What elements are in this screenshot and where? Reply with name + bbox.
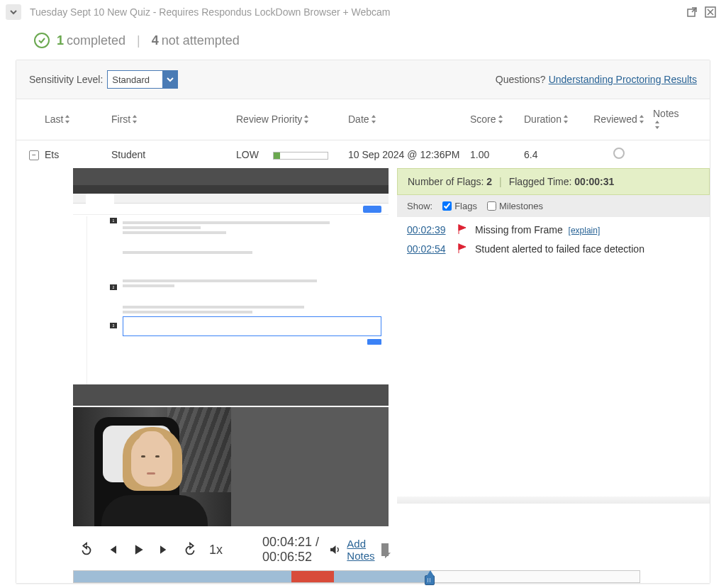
cell-priority: LOW [232, 149, 344, 160]
screen-recording-pane[interactable]: 1 2 3 [73, 168, 389, 406]
playback-speed[interactable]: 1x [209, 543, 223, 558]
flag-icon [458, 243, 467, 255]
webcam-image [73, 407, 231, 526]
cell-reviewed[interactable] [589, 148, 649, 161]
webcam-pane[interactable] [73, 407, 389, 526]
close-icon[interactable] [703, 5, 717, 19]
popout-icon[interactable] [685, 5, 699, 19]
add-notes-link[interactable]: Add Notes [347, 538, 375, 562]
col-notes[interactable]: Notes [649, 108, 688, 131]
col-first[interactable]: First [107, 113, 232, 126]
playback-time: 00:04:21 / 00:06:52 [262, 535, 325, 565]
event-row: 00:02:39 Missing from Frame [explain] [407, 224, 700, 236]
note-icon[interactable] [381, 543, 389, 556]
event-row: 00:02:54 Student alerted to failed face … [407, 243, 700, 255]
completion-status: 1 completed | 4 not attempted [0, 30, 726, 60]
check-circle-icon [34, 33, 50, 48]
page-title: Tuesday Sept 10 New Quiz - Requires Resp… [30, 6, 391, 18]
rewind-10-icon[interactable] [79, 540, 94, 560]
col-priority[interactable]: Review Priority [232, 113, 344, 126]
forward-10-icon[interactable] [182, 540, 198, 560]
col-last[interactable]: Last [40, 113, 107, 126]
show-filter-row: Show: Flags Milestones [397, 195, 710, 217]
help-link[interactable]: Understanding Proctoring Results [549, 74, 697, 85]
play-icon[interactable] [131, 540, 145, 560]
cell-score: 1.00 [466, 149, 520, 160]
chevron-down-icon [162, 70, 178, 89]
table-row: − Ets Student LOW 10 Sep 2024 @ 12:36PM … [16, 140, 710, 168]
flag-segment[interactable] [291, 571, 334, 582]
milestones-checkbox[interactable]: Milestones [487, 201, 543, 211]
priority-bar [273, 152, 328, 160]
col-date[interactable]: Date [344, 113, 466, 126]
playback-progress[interactable] [73, 570, 640, 583]
flag-icon [458, 224, 467, 236]
flag-summary: Number of Flags: 2 | Flagged Time: 00:00… [397, 168, 710, 195]
sensitivity-label: Sensitivity Level: [29, 74, 103, 85]
help-question-text: Questions? [496, 74, 546, 85]
collapse-toggle[interactable] [6, 4, 21, 20]
event-list: 00:02:39 Missing from Frame [explain] 00… [397, 217, 710, 270]
explain-link[interactable]: [explain] [569, 226, 601, 235]
row-collapse-button[interactable]: − [29, 150, 39, 160]
col-reviewed[interactable]: Reviewed [589, 113, 649, 126]
reviewed-radio[interactable] [613, 148, 625, 159]
col-score[interactable]: Score [466, 113, 520, 126]
sensitivity-select[interactable]: Standard [107, 70, 178, 89]
col-duration[interactable]: Duration [520, 113, 589, 126]
cell-first: Student [107, 149, 232, 160]
skip-next-icon[interactable] [157, 540, 171, 560]
skip-prev-icon[interactable] [106, 540, 120, 560]
volume-icon[interactable] [328, 540, 341, 560]
playhead[interactable] [425, 568, 436, 587]
flags-checkbox[interactable]: Flags [442, 201, 477, 211]
cell-last: Ets [40, 149, 107, 160]
sort-icon [65, 114, 70, 126]
cell-date: 10 Sep 2024 @ 12:36PM [344, 149, 466, 160]
cell-duration: 6.4 [520, 149, 589, 160]
event-time-link[interactable]: 00:02:39 [407, 224, 452, 235]
event-time-link[interactable]: 00:02:54 [407, 243, 452, 255]
